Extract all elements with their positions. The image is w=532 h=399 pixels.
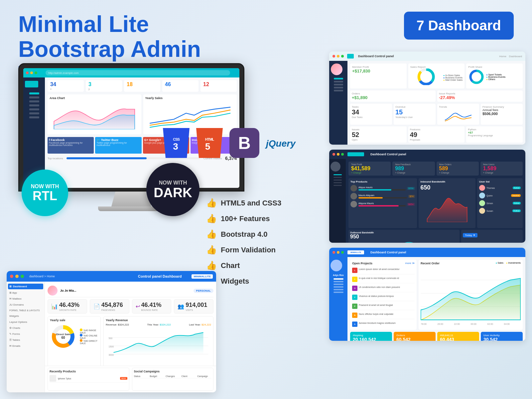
more-link[interactable]: more ≫ xyxy=(405,262,415,265)
svg-text:78:00: 78:00 xyxy=(421,323,427,325)
order-legend: ● Sales ● Investments xyxy=(495,262,521,265)
close-dot xyxy=(10,275,13,278)
p3-username: Adys Ros xyxy=(331,274,346,276)
p2-nav[interactable] xyxy=(333,182,342,183)
overdue-sub: Yesterday's User xyxy=(395,116,434,118)
p3-nav[interactable] xyxy=(333,278,343,280)
nav-mailbox[interactable]: ✉ Mailbox xyxy=(8,296,43,301)
sidebar-nav-item[interactable] xyxy=(29,112,39,114)
investments-legend-item: ● Investments xyxy=(506,262,521,265)
html-logo: HTML5 xyxy=(196,128,223,158)
social-campaigns-box: Social Campaigns Status Budget Changes C… xyxy=(132,368,214,391)
product-badge-2: $74 xyxy=(408,195,415,198)
dark-logo xyxy=(347,152,364,156)
bl-breadcrumb: dashboard > Home xyxy=(29,275,55,278)
stat-label: y xyxy=(88,87,119,90)
sidebar-nav-item[interactable] xyxy=(29,104,39,106)
product-info-1: Aliqua mauris xyxy=(358,186,406,191)
nav-tables[interactable]: ☰ Tables xyxy=(8,337,43,342)
bl-stat-pageviews: 📄 454,876 PAGEVIEWS xyxy=(90,299,129,314)
p3-nav[interactable] xyxy=(333,286,343,288)
project-desc-6: Nunc efficitur turpis erat vulputate xyxy=(359,313,393,316)
growth-label: GROWTH RATE xyxy=(59,309,79,311)
legend-dot-image xyxy=(80,329,82,331)
recent-order-chart: 78:00 20:00 22:00 00:00 02:00 04:00 xyxy=(421,267,521,327)
feature-item-1: 👍 HTML5 and CSS3 xyxy=(206,198,313,208)
python-card: Python +87 Programming Language xyxy=(466,126,523,143)
bl-profile-header: Ju Jo Mia... PERSONAL xyxy=(48,284,213,297)
sidebar-nav-item[interactable] xyxy=(29,116,39,118)
user-item-1: Thomas Active xyxy=(479,185,521,191)
sales-legend: ● In-Store Sales ● Business Events ● Mai… xyxy=(443,74,463,81)
panel3-title: Dashboard Control panel xyxy=(370,251,406,254)
visits-label: VISITS xyxy=(186,309,207,311)
features-value: 49 xyxy=(410,131,463,139)
fb-sub: + Change xyxy=(395,172,432,174)
p2-nav[interactable] xyxy=(333,174,342,175)
nav-forms[interactable]: FORMS, TABLE & LAYOUTS xyxy=(8,308,43,313)
p2-nav[interactable] xyxy=(333,185,342,186)
p2-nav[interactable] xyxy=(333,177,342,178)
dashboard-link[interactable]: Dashboard xyxy=(509,55,522,58)
product-item-3: Aliquna Mauris $854 xyxy=(350,201,415,207)
p1-nav-item[interactable] xyxy=(334,87,343,88)
features-label: Features xyxy=(410,128,463,131)
total-profit-value: $41,589 xyxy=(351,166,388,172)
area-chart-svg xyxy=(50,101,139,129)
maximize-dot xyxy=(341,153,344,156)
product-avatar-2 xyxy=(350,193,357,200)
annual-fees-label: Annual fees xyxy=(482,108,521,112)
nav-layout-options[interactable]: Layout Options xyxy=(8,320,43,325)
sales-dot-legend: ● xyxy=(495,262,497,264)
p2-new-users: New Users 1,589 + Change xyxy=(480,162,523,176)
p3-nav[interactable] xyxy=(333,281,343,282)
users-list: Thomas Active Quinn Inactive xyxy=(479,185,521,214)
dp2-topbar: Dashboard Control panel xyxy=(329,150,525,159)
bl-logo: MINIMALLITE xyxy=(192,274,213,279)
nav-widgets[interactable]: Widgets xyxy=(8,314,43,319)
nav-charts[interactable]: ⚙ Charts xyxy=(8,326,43,331)
today-badge-panel: Today ▼ xyxy=(461,230,523,243)
p1-nav-item[interactable] xyxy=(334,90,343,91)
colored-stat-label-2: Orders xyxy=(396,334,433,337)
sidebar-nav-item[interactable] xyxy=(29,108,39,110)
panel1-content: Member Profit +$17,830 Sales Report xyxy=(329,61,525,145)
maximize-dot xyxy=(21,275,24,278)
p1-nav-item[interactable] xyxy=(334,81,343,82)
nav-dashboard[interactable]: ⊞ Dashboard xyxy=(8,284,43,289)
colored-stat-label-4: User Activity xyxy=(483,334,520,337)
p1-nav-item[interactable] xyxy=(334,78,343,79)
p3-nav[interactable] xyxy=(333,284,343,285)
sidebar-nav-item[interactable] xyxy=(29,92,39,94)
user-list-title: User list xyxy=(479,180,521,183)
nav-ju-domains[interactable]: JU Domains xyxy=(8,302,43,307)
sidebar-nav-item[interactable] xyxy=(29,96,39,98)
stat-card: 3 y xyxy=(86,80,122,92)
p2-nav[interactable] xyxy=(333,180,342,181)
home-link[interactable]: Home xyxy=(499,55,506,58)
sidebar-nav-item[interactable] xyxy=(29,100,39,102)
yearly-sale-title: Yearly sale xyxy=(50,319,98,322)
orders-sub: + Change xyxy=(439,172,476,174)
donut-chart: Direct Sale 60 %40 IMAGE SALE %40 ONLINE… xyxy=(50,323,98,350)
p3-nav[interactable] xyxy=(333,292,343,293)
bootstrap-logo: B xyxy=(229,128,259,158)
p3-sidebar: Adys Ros xyxy=(329,257,347,341)
recent-order-header: Recent Order ● Sales ● Investments xyxy=(421,262,521,265)
product-thumb xyxy=(50,375,56,382)
orders-value: +$1,890 xyxy=(352,95,434,100)
thumbs-up-icon-3: 👍 xyxy=(206,229,217,239)
nav-emails[interactable]: ✉ Emails xyxy=(8,343,43,348)
nav-forms2[interactable]: ✎ Forms xyxy=(8,332,43,336)
close-dot xyxy=(332,251,335,254)
rtl-badge: NOW WITH RTL xyxy=(22,170,68,216)
maximize-dot xyxy=(341,55,344,58)
stat-value: 46 xyxy=(165,81,196,87)
p1-nav-item[interactable] xyxy=(334,84,343,85)
budget-col: Budget xyxy=(150,375,164,377)
p3-nav[interactable] xyxy=(333,289,343,290)
svg-text:3000: 3000 xyxy=(109,354,114,356)
today-badge: Today ▼ xyxy=(463,233,477,237)
product-bar-fill-3 xyxy=(358,205,399,206)
nav-app[interactable]: ⊞ App xyxy=(8,290,43,295)
